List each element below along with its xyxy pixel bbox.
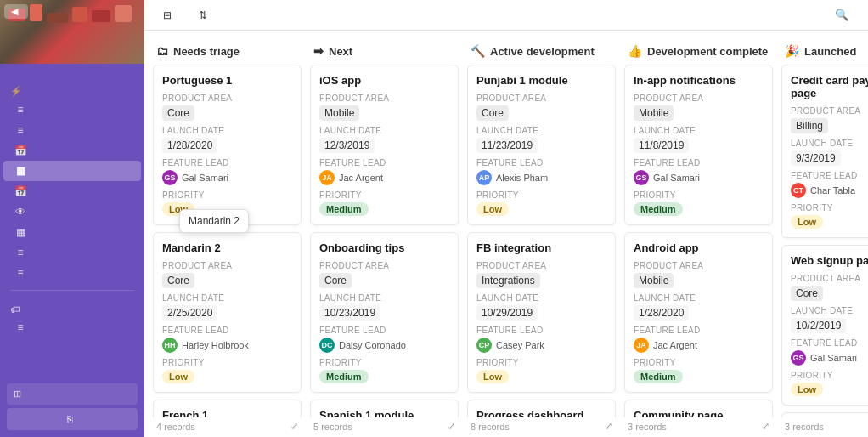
product-area-label: PRODUCT AREA xyxy=(791,106,868,116)
back-button[interactable]: ◀ xyxy=(4,4,28,19)
priority-label: PRIORITY xyxy=(476,190,606,200)
card[interactable]: Community pagePRODUCT AREACoreLAUNCH DAT… xyxy=(624,400,773,417)
card[interactable]: Android appPRODUCT AREAMobileLAUNCH DATE… xyxy=(624,232,773,393)
sidebar-item-all-product-areas[interactable]: ≡ xyxy=(3,317,141,338)
sidebar-item-all-features-colored[interactable]: ≡ xyxy=(3,99,141,120)
card[interactable]: FB integrationPRODUCT AREAIntegrationsLA… xyxy=(467,232,616,393)
card-title: Onboarding tips xyxy=(319,241,449,254)
card[interactable]: Language picker pagePRODUCT AREACoreLAUN… xyxy=(781,412,868,417)
sort-button[interactable]: ⇅ xyxy=(192,6,217,25)
sort-icon: ⇅ xyxy=(199,9,207,21)
sidebar-title xyxy=(0,64,144,77)
product-area-value: Mobile xyxy=(634,105,674,121)
product-area-label: PRODUCT AREA xyxy=(319,261,449,270)
feature-lead-label: FEATURE LEAD xyxy=(634,326,764,335)
card-title: Android app xyxy=(634,241,764,254)
card-title: Mandarin 2 xyxy=(162,241,292,254)
search-button[interactable]: 🔍 xyxy=(828,5,856,25)
expand-icon[interactable]: ⤢ xyxy=(290,421,298,432)
filter-button[interactable]: ⊟ xyxy=(156,6,182,25)
column-header: 👍Development complete xyxy=(624,39,773,65)
priority-badge: Medium xyxy=(634,370,683,383)
sidebar-item-features-calendar[interactable]: 📅 xyxy=(3,140,141,161)
priority-label: PRIORITY xyxy=(319,190,449,200)
launch-date-value: 10/23/2019 xyxy=(319,305,380,321)
product-area-value: Mobile xyxy=(634,273,674,288)
list-icon: ≡ xyxy=(14,124,27,136)
sidebar-item-all-features[interactable]: ≡ xyxy=(3,120,141,140)
grid-icon: ⊞ xyxy=(14,389,21,400)
launch-date-label: LAUNCH DATE xyxy=(791,139,868,148)
kanban-board: 🗂Needs triagePortuguese 1PRODUCT AREACor… xyxy=(144,31,868,437)
product-area-label: PRODUCT AREA xyxy=(476,94,606,103)
priority-badge: Low xyxy=(162,370,194,383)
column-header: 🎉Launched xyxy=(781,39,868,65)
priority-badge: Medium xyxy=(319,202,369,216)
card-title: Progress dashboard xyxy=(476,409,606,417)
avatar: JA xyxy=(319,170,335,185)
toolbar: ⊟ ⇅ 🔍 xyxy=(144,0,868,31)
launch-date-value: 10/29/2019 xyxy=(476,305,538,321)
feature-lead-name: Alexis Pham xyxy=(496,173,548,183)
product-area-label: PRODUCT AREA xyxy=(162,94,292,103)
card-title: iOS app xyxy=(319,74,449,87)
column-needs-triage: 🗂Needs triagePortuguese 1PRODUCT AREACor… xyxy=(153,39,302,437)
board-icon: ▦ xyxy=(14,165,27,177)
card[interactable]: Mandarin 2PRODUCT AREACoreLAUNCH DATE2/2… xyxy=(153,232,302,393)
product-area-value: Core xyxy=(476,105,509,121)
toggle-apps-button[interactable]: ⊞ xyxy=(7,383,138,405)
avatar: JA xyxy=(634,338,649,353)
avatar: DC xyxy=(319,338,335,353)
priority-label: PRIORITY xyxy=(791,203,868,213)
product-area-value: Core xyxy=(162,105,194,121)
expand-icon[interactable]: ⤢ xyxy=(605,421,612,432)
sidebar-item-upcoming-launch-dates[interactable]: 📅 xyxy=(3,181,141,201)
filter-icon: ⊟ xyxy=(163,9,172,21)
feature-lead-name: Char Tabla xyxy=(810,185,855,196)
sidebar-bottom: ⊞ ⎘ xyxy=(0,377,144,437)
card[interactable]: In-app notificationsPRODUCT AREAMobileLA… xyxy=(624,65,773,225)
sidebar-item-deprioritized-features[interactable]: ≡ xyxy=(3,263,141,283)
records-count: 3 records xyxy=(628,422,667,432)
feature-lead-row: JA Jac Argent xyxy=(634,338,764,353)
column-active-development: 🔨Active developmentPunjabi 1 modulePRODU… xyxy=(467,39,616,437)
sidebar-item-feature-lead-board[interactable]: ▦ xyxy=(3,222,141,242)
card-title: Punjabi 1 module xyxy=(476,74,606,87)
copy-base-button[interactable]: ⎘ xyxy=(7,408,138,430)
card[interactable]: Progress dashboardPRODUCT AREAAnalyticsL… xyxy=(467,400,616,417)
column-header: 🗂Needs triage xyxy=(153,39,302,65)
column-header: 🔨Active development xyxy=(467,39,616,65)
feature-lead-name: Gal Samari xyxy=(182,173,228,183)
card[interactable]: French 1PRODUCT AREACoreLAUNCH DATE1/3/2… xyxy=(153,400,302,417)
product-area-label: PRODUCT AREA xyxy=(634,94,764,103)
card[interactable]: Spanish 1 modulePRODUCT AREACoreLAUNCH D… xyxy=(310,400,459,417)
priority-label: PRIORITY xyxy=(319,358,449,367)
card-title: Community page xyxy=(634,409,764,417)
expand-icon[interactable]: ⤢ xyxy=(448,421,455,432)
feature-lead-name: Gal Samari xyxy=(810,353,857,363)
card[interactable]: iOS appPRODUCT AREAMobileLAUNCH DATE12/3… xyxy=(310,65,459,225)
card-title: In-app notifications xyxy=(634,74,764,87)
card[interactable]: Punjabi 1 modulePRODUCT AREACoreLAUNCH D… xyxy=(467,65,616,225)
card[interactable]: Onboarding tipsPRODUCT AREACoreLAUNCH DA… xyxy=(310,232,459,393)
card[interactable]: Credit card payment pagePRODUCT AREABill… xyxy=(781,65,868,238)
sidebar-item-baileys-view[interactable]: 👁 xyxy=(3,201,141,222)
expand-icon[interactable]: ⤢ xyxy=(762,421,769,432)
launch-date-label: LAUNCH DATE xyxy=(634,126,764,135)
feature-lead-label: FEATURE LEAD xyxy=(162,158,292,167)
card[interactable]: Web signup pagePRODUCT AREACoreLAUNCH DA… xyxy=(781,245,868,406)
launch-date-value: 11/8/2019 xyxy=(634,138,689,153)
card-title: Credit card payment page xyxy=(791,74,868,99)
column-label: Active development xyxy=(490,45,595,58)
sidebar-item-status-board[interactable]: ▦ xyxy=(3,161,141,181)
sidebar-item-core-product-features[interactable]: ≡ xyxy=(3,242,141,263)
column-emoji: 👍 xyxy=(628,44,642,58)
records-count: 8 records xyxy=(471,422,510,432)
more-button[interactable] xyxy=(228,12,241,19)
column-emoji: 🔨 xyxy=(471,44,485,58)
cards-container: Portuguese 1PRODUCT AREACoreLAUNCH DATE1… xyxy=(153,65,302,417)
feature-lead-label: FEATURE LEAD xyxy=(162,326,292,335)
column-footer: 3 records⤢ xyxy=(624,417,773,437)
card[interactable]: Portuguese 1PRODUCT AREACoreLAUNCH DATE1… xyxy=(153,65,302,225)
column-header: ➡Next xyxy=(310,39,459,65)
